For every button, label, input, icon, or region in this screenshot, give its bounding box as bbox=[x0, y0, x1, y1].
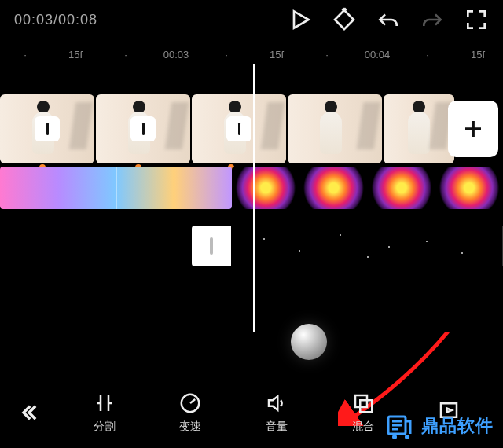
tick: · bbox=[302, 49, 352, 61]
undo-button[interactable] bbox=[376, 7, 401, 32]
tick: · bbox=[0, 49, 50, 61]
video-clip[interactable] bbox=[384, 94, 454, 163]
transition-button[interactable] bbox=[130, 116, 156, 141]
speed-icon bbox=[176, 391, 204, 415]
clip-handle[interactable] bbox=[192, 226, 231, 266]
tool-label: 混合 bbox=[352, 420, 374, 434]
svg-point-5 bbox=[392, 435, 397, 439]
svg-point-6 bbox=[405, 435, 409, 439]
tool-speed[interactable]: 变速 bbox=[148, 391, 234, 434]
tool-volume[interactable]: 音量 bbox=[233, 391, 320, 434]
transition-button[interactable] bbox=[226, 116, 252, 141]
tool-label: 变速 bbox=[179, 420, 201, 434]
tick: 00:04 bbox=[352, 49, 402, 61]
top-toolbar: 00:03/00:08 bbox=[0, 0, 503, 39]
overlay-track[interactable] bbox=[192, 226, 503, 266]
tick: · bbox=[402, 49, 453, 61]
transition-button[interactable] bbox=[35, 116, 60, 141]
tool-label: 音量 bbox=[266, 420, 288, 434]
tick: 15f bbox=[252, 49, 302, 61]
tick: · bbox=[201, 49, 252, 61]
watermark-logo-icon bbox=[384, 410, 415, 442]
blend-icon bbox=[349, 391, 377, 415]
timeline-tracks[interactable] bbox=[0, 64, 503, 332]
back-button[interactable] bbox=[11, 395, 47, 431]
video-track[interactable] bbox=[0, 94, 503, 163]
effect-clip-rings[interactable] bbox=[232, 167, 503, 209]
video-clip[interactable] bbox=[0, 94, 94, 163]
tick: 00:03 bbox=[151, 49, 201, 61]
tool-split[interactable]: 分割 bbox=[61, 391, 148, 434]
effect-track[interactable] bbox=[0, 167, 503, 209]
video-clip[interactable] bbox=[96, 94, 190, 163]
volume-icon bbox=[263, 391, 291, 415]
redo-button[interactable] bbox=[420, 7, 445, 32]
tick: 15f bbox=[453, 49, 503, 61]
time-display: 00:03/00:08 bbox=[14, 12, 97, 28]
watermark: 鼎品软件 bbox=[384, 410, 494, 442]
add-clip-button[interactable] bbox=[448, 101, 498, 157]
fullscreen-button[interactable] bbox=[464, 7, 489, 32]
video-clip[interactable] bbox=[192, 94, 286, 163]
video-clip[interactable] bbox=[288, 94, 382, 163]
effect-clip-gradient[interactable] bbox=[0, 167, 232, 209]
drag-knob[interactable] bbox=[291, 324, 327, 360]
tool-label: 分割 bbox=[94, 420, 116, 434]
watermark-text: 鼎品软件 bbox=[421, 414, 494, 438]
timeline-ruler[interactable]: · 15f · 00:03 · 15f · 00:04 · 15f bbox=[0, 39, 503, 64]
play-button[interactable] bbox=[288, 7, 313, 32]
split-icon bbox=[90, 391, 119, 415]
overlay-clip[interactable] bbox=[231, 226, 503, 266]
tick: 15f bbox=[50, 49, 101, 61]
keyframe-button[interactable] bbox=[332, 7, 357, 32]
tick: · bbox=[101, 49, 151, 61]
